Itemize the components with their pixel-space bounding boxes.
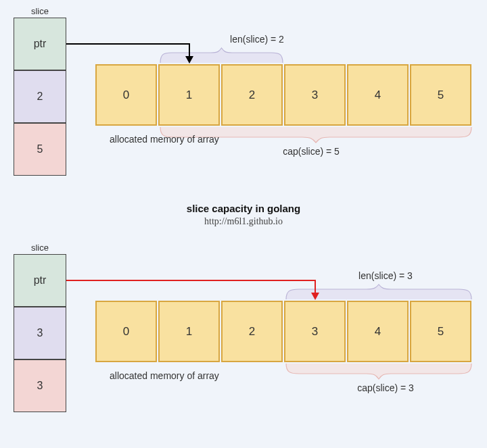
ptr-label: ptr	[34, 274, 47, 287]
cap-text: cap(slice) = 3	[318, 382, 453, 393]
array-cell: 1	[158, 64, 220, 126]
array-cell: 5	[410, 64, 471, 126]
ptr-arrow-red	[66, 276, 330, 303]
array-cell: 0	[95, 301, 157, 362]
ptr-arrow	[66, 39, 202, 66]
memory-label: allocated memory of array	[110, 134, 219, 145]
slice-header-label: slice	[14, 6, 66, 16]
slice-len-box: 3	[14, 307, 66, 359]
slice-len-box: 2	[14, 70, 66, 123]
array-cell: 4	[347, 64, 409, 126]
len-value: 2	[37, 91, 43, 103]
array-cell: 4	[347, 301, 409, 362]
cap-brace	[284, 362, 473, 380]
array-cell: 2	[221, 64, 283, 126]
array-cell: 3	[284, 64, 346, 126]
array-cell: 5	[410, 301, 471, 362]
array-cell: 1	[158, 301, 220, 362]
array-row: 0 1 2 3 4 5	[95, 301, 471, 362]
array-row: 0 1 2 3 4 5	[95, 64, 471, 126]
len-value: 3	[37, 327, 43, 339]
cap-value: 3	[37, 380, 43, 392]
array-cell: 3	[284, 301, 346, 362]
diagram-bottom: slice ptr 3 3 len(slice) = 3 0 1 2 3 4 5…	[0, 237, 487, 446]
slice-ptr-box: ptr	[14, 18, 66, 70]
ptr-label: ptr	[34, 38, 47, 50]
array-cell: 0	[95, 64, 157, 126]
diagram-subtitle: http://m6l1.github.io	[0, 216, 487, 227]
diagram-title: slice capacity in golang	[0, 203, 487, 214]
slice-ptr-box: ptr	[14, 254, 66, 307]
diagram-top: slice ptr 2 5 len(slice) = 2 0 1 2 3 4 5…	[0, 0, 487, 203]
len-text: len(slice) = 3	[318, 270, 453, 281]
slice-cap-box: 3	[14, 359, 66, 412]
slice-header-label: slice	[14, 243, 66, 253]
cap-text: cap(slice) = 5	[244, 146, 379, 157]
memory-label: allocated memory of array	[110, 370, 219, 381]
len-text: len(slice) = 2	[189, 34, 325, 45]
cap-value: 5	[37, 143, 43, 155]
array-cell: 2	[221, 301, 283, 362]
slice-cap-box: 5	[14, 123, 66, 176]
